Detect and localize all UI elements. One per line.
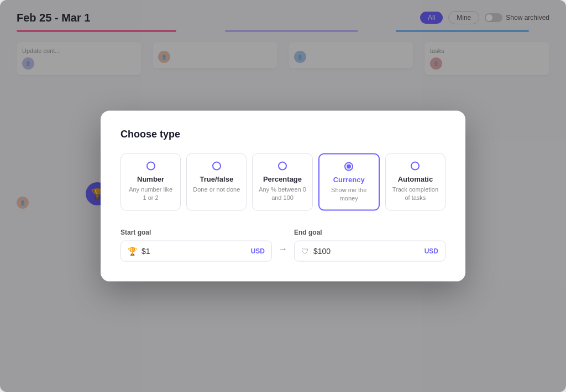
choose-type-modal: Choose type Number Any number like 1 or … xyxy=(101,111,465,282)
arrow-icon: → xyxy=(279,243,287,261)
end-currency-label: USD xyxy=(424,247,438,255)
type-desc-percentage: Any % between 0 and 100 xyxy=(258,186,306,203)
radio-automatic xyxy=(411,162,420,171)
type-option-automatic[interactable]: Automatic Track completion of tasks xyxy=(385,153,446,211)
type-option-number[interactable]: Number Any number like 1 or 2 xyxy=(120,153,181,211)
type-name-true-false: True/false xyxy=(192,175,240,183)
type-options-container: Number Any number like 1 or 2 True/false… xyxy=(120,153,446,211)
end-goal-input-wrap[interactable]: 🛡 USD xyxy=(294,240,446,261)
modal-title: Choose type xyxy=(120,129,446,140)
type-desc-currency: Show me the money xyxy=(325,186,373,203)
start-currency-label: USD xyxy=(251,247,265,255)
start-trophy-icon: 🏆 xyxy=(128,246,137,255)
start-goal-input-wrap[interactable]: 🏆 USD xyxy=(120,240,272,261)
type-name-percentage: Percentage xyxy=(258,175,306,183)
type-desc-number: Any number like 1 or 2 xyxy=(127,186,175,203)
type-desc-true-false: Done or not done xyxy=(192,186,240,194)
goal-fields: Start goal 🏆 USD → End goal 🛡 USD xyxy=(120,228,446,261)
type-name-automatic: Automatic xyxy=(391,175,439,183)
radio-percentage xyxy=(278,162,287,171)
start-goal-label: Start goal xyxy=(120,228,272,236)
radio-currency xyxy=(344,162,353,171)
type-name-currency: Currency xyxy=(325,176,373,184)
type-name-number: Number xyxy=(127,175,175,183)
type-option-currency[interactable]: Currency Show me the money xyxy=(318,153,380,211)
start-goal-input[interactable] xyxy=(142,246,247,255)
end-shield-icon: 🛡 xyxy=(301,246,309,255)
radio-number xyxy=(146,162,155,171)
start-goal-field: Start goal 🏆 USD xyxy=(120,228,272,261)
end-goal-label: End goal xyxy=(294,228,446,236)
end-goal-input[interactable] xyxy=(313,246,420,255)
end-goal-field: End goal 🛡 USD xyxy=(294,228,446,261)
type-option-true-false[interactable]: True/false Done or not done xyxy=(186,153,247,211)
type-desc-automatic: Track completion of tasks xyxy=(391,186,439,203)
radio-true-false xyxy=(212,162,221,171)
type-option-percentage[interactable]: Percentage Any % between 0 and 100 xyxy=(252,153,312,211)
